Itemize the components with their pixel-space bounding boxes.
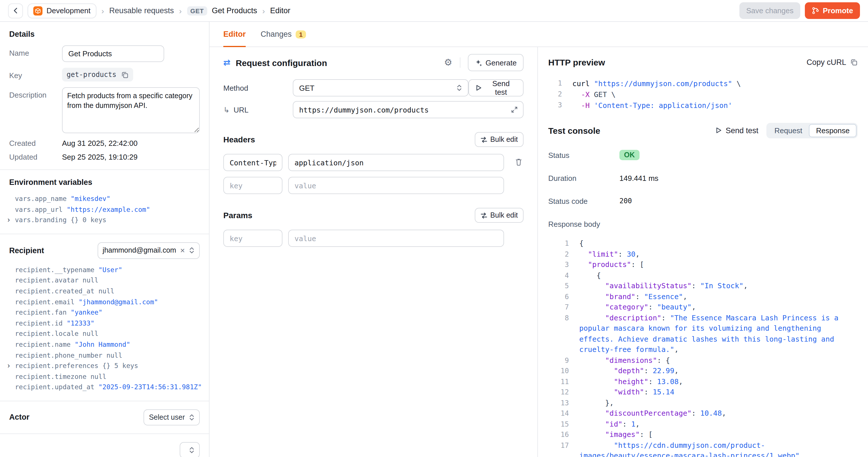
duration-value: 149.441 ms — [619, 174, 658, 182]
name-input[interactable] — [62, 45, 164, 62]
code-line: 2 -X GET \ — [548, 89, 858, 100]
variable-value: "User" — [98, 265, 122, 275]
recipient-combobox[interactable]: jhammond@gmail.com × — [98, 242, 200, 259]
description-label: Description — [9, 87, 62, 99]
variable-row: recipient.localenull — [9, 329, 200, 339]
header-value-input[interactable] — [288, 154, 504, 171]
header-value-input[interactable] — [288, 177, 504, 194]
console-send-test-button[interactable]: Send test — [715, 126, 758, 134]
name-label: Name — [9, 45, 62, 57]
variable-key: vars.app_name — [15, 193, 67, 204]
topbar: Development › Reusable requests › GET Ge… — [0, 0, 868, 22]
http-preview-header: HTTP preview Copy cURL — [548, 54, 858, 70]
updated-value: Sep 25 2025, 19:10:29 — [62, 153, 137, 161]
params-bulk-edit-button[interactable]: Bulk edit — [475, 208, 524, 223]
line-number: 1 — [548, 238, 569, 249]
expand-chevron-icon[interactable]: › — [7, 215, 10, 225]
method-select[interactable]: GET — [293, 79, 469, 96]
copy-key-button[interactable] — [121, 71, 128, 79]
expand-icon[interactable] — [511, 106, 518, 113]
chevron-up-down-icon — [189, 414, 195, 421]
line-number: 12 — [548, 387, 569, 398]
headers-bulk-edit-button[interactable]: Bulk edit — [475, 132, 524, 147]
variable-row[interactable]: ›recipient.preferences{} 5 keys — [9, 361, 200, 371]
header-key-input[interactable] — [223, 177, 282, 194]
method-selected-value: GET — [299, 84, 314, 92]
environment-selector[interactable]: Development — [28, 3, 96, 18]
param-value-input[interactable] — [288, 230, 504, 247]
line-number: 13 — [548, 398, 569, 408]
name-field-row: Name — [9, 45, 200, 62]
tab-editor[interactable]: Editor — [223, 22, 246, 47]
code-line: 12 "width": 15.14 — [548, 387, 858, 398]
code-line: 1curl "https://dummyjson.com/products" \ — [548, 78, 858, 89]
duration-row: Duration 149.441 ms — [548, 172, 858, 184]
line-number: 9 — [548, 355, 569, 366]
code-line: 9 "dimensions": { — [548, 355, 858, 366]
delete-header-button[interactable] — [515, 158, 522, 166]
response-tab[interactable]: Response — [809, 124, 857, 137]
send-test-button[interactable]: Send test — [469, 79, 524, 96]
code-line: 17 "https://cdn.dummyjson.com/product-im… — [548, 440, 858, 457]
promote-button[interactable]: Promote — [805, 2, 860, 19]
key-chip: get-products — [62, 68, 133, 82]
generate-button[interactable]: Generate — [468, 54, 524, 71]
console-actions: Send test Request Response — [715, 123, 858, 138]
key-field-row: Key get-products — [9, 68, 200, 82]
status-badge: OK — [619, 150, 640, 160]
code-line: 1{ — [548, 238, 858, 249]
variable-row: recipient.name"John Hammond" — [9, 339, 200, 350]
variable-value: "2025-09-23T14:56:31.981Z" — [98, 382, 202, 393]
line-number: 6 — [548, 292, 569, 302]
code-line: 13 }, — [548, 398, 858, 408]
play-icon — [476, 84, 482, 91]
divider — [460, 57, 460, 68]
request-config-title: Request configuration — [236, 58, 327, 67]
environment-variables-title: Environment variables — [9, 178, 200, 187]
request-tab[interactable]: Request — [768, 124, 809, 137]
line-number: 11 — [548, 376, 569, 387]
response-body-row: Response body — [548, 218, 858, 230]
variable-row: recipient.phone_numbernull — [9, 350, 200, 361]
variable-key: vars.branding — [15, 215, 67, 225]
params-title: Params — [223, 211, 252, 220]
status-row: Status OK — [548, 149, 858, 161]
cutoff-section-header — [9, 442, 200, 457]
chevron-up-down-icon — [189, 247, 195, 255]
environment-variables-list: vars.app_name"mikesdev"vars.app_url"http… — [9, 193, 200, 225]
chevron-up-down-icon — [457, 84, 462, 92]
tab-changes[interactable]: Changes 1 — [260, 22, 306, 47]
recipient-properties-list: recipient.__typename"User"recipient.avat… — [9, 265, 200, 393]
expand-chevron-icon[interactable]: › — [7, 361, 10, 371]
breadcrumb-page: Editor — [270, 6, 290, 15]
breadcrumb-request-name[interactable]: Get Products — [212, 6, 257, 15]
cutoff-select[interactable] — [180, 442, 200, 457]
save-changes-button[interactable]: Save changes — [739, 2, 801, 19]
header-key-input[interactable] — [223, 154, 282, 171]
url-input[interactable] — [293, 101, 524, 118]
updated-label: Updated — [9, 153, 62, 161]
variable-row: recipient.created_atnull — [9, 286, 200, 297]
corner-down-right-icon: ↳ — [223, 105, 229, 114]
updated-row: Updated Sep 25 2025, 19:10:29 — [9, 153, 200, 161]
description-textarea[interactable]: Fetch products from a specific category … — [62, 87, 200, 133]
param-key-input[interactable] — [223, 230, 282, 247]
play-icon — [715, 127, 722, 134]
variable-value: "jhammond@gmail.com" — [79, 297, 158, 307]
breadcrumb-reusable-requests[interactable]: Reusable requests — [110, 6, 174, 15]
bulk-edit-icon — [480, 212, 487, 218]
clear-recipient-icon[interactable]: × — [180, 247, 185, 255]
variable-row: recipient.id"12333" — [9, 318, 200, 329]
variable-value: null — [83, 275, 98, 286]
description-field-row: Description Fetch products from a specif… — [9, 87, 200, 133]
variable-key: recipient.preferences — [15, 361, 98, 371]
variable-row[interactable]: ›vars.branding{} 0 keys — [9, 215, 200, 225]
back-button[interactable] — [8, 3, 23, 18]
variable-value: "John Hammond" — [74, 339, 130, 350]
copy-curl-button[interactable]: Copy cURL — [807, 58, 858, 66]
settings-gear-icon[interactable]: ⚙ — [444, 58, 453, 67]
recipient-title: Recipient — [9, 246, 44, 255]
chevron-left-icon — [12, 7, 19, 14]
actor-select[interactable]: Select user — [144, 409, 200, 425]
divider — [0, 433, 209, 434]
